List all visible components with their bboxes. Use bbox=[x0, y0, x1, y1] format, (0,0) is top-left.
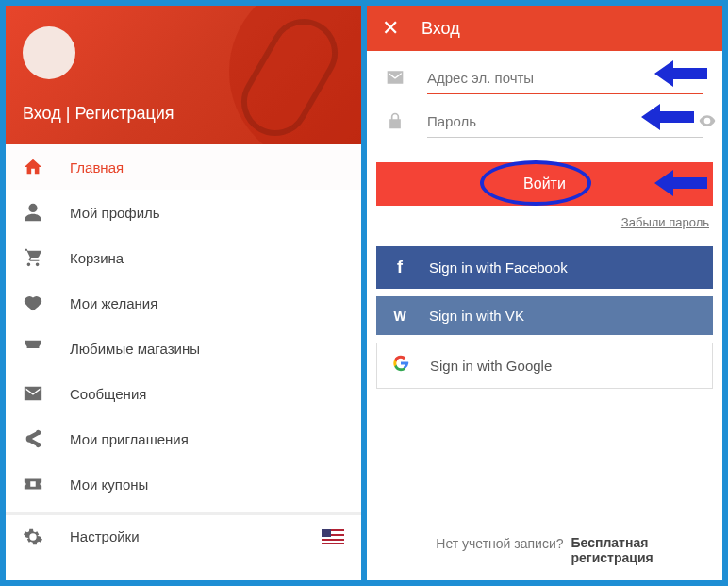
password-field-row bbox=[367, 94, 722, 138]
sidebar-item-settings[interactable]: Настройки bbox=[6, 512, 361, 558]
lock-icon bbox=[386, 111, 405, 130]
google-icon bbox=[392, 355, 409, 377]
gear-icon bbox=[23, 527, 43, 547]
sidebar-item-home[interactable]: Главная bbox=[6, 144, 361, 190]
sidebar-item-label: Сообщения bbox=[70, 386, 146, 402]
google-login-button[interactable]: Sign in with Google bbox=[376, 343, 713, 389]
sidebar-item-wishlist[interactable]: Мои желания bbox=[6, 280, 361, 326]
sidebar-item-messages[interactable]: Сообщения bbox=[6, 371, 361, 416]
sidebar-panel: Вход | Регистрация Главная Мой профиль К… bbox=[6, 6, 361, 580]
share-icon bbox=[23, 428, 43, 449]
sidebar-item-label: Любимые магазины bbox=[70, 341, 200, 357]
sidebar-menu: Главная Мой профиль Корзина Мои желания … bbox=[6, 144, 361, 558]
sidebar-item-cart[interactable]: Корзина bbox=[6, 235, 361, 280]
social-button-label: Sign in with VK bbox=[429, 308, 524, 324]
heart-icon bbox=[23, 293, 43, 313]
social-button-label: Sign in with Google bbox=[430, 358, 552, 374]
social-button-label: Sign in with Facebook bbox=[429, 260, 568, 276]
sidebar-item-coupons[interactable]: Мои купоны bbox=[6, 461, 361, 507]
login-topbar: ✕ Вход bbox=[367, 6, 722, 51]
sidebar-item-profile[interactable]: Мой профиль bbox=[6, 190, 361, 235]
sidebar-item-label: Настройки bbox=[70, 528, 140, 544]
vk-icon: W bbox=[391, 309, 408, 324]
us-flag-icon[interactable] bbox=[322, 529, 344, 544]
sidebar-item-label: Главная bbox=[70, 159, 124, 176]
social-login-group: f Sign in with Facebook W Sign in with V… bbox=[376, 246, 713, 389]
person-icon bbox=[23, 202, 43, 223]
login-title: Вход bbox=[422, 19, 460, 39]
sidebar-item-label: Мой профиль bbox=[70, 205, 160, 221]
no-account-text: Нет учетной записи? bbox=[436, 536, 563, 565]
home-icon bbox=[23, 157, 43, 177]
eye-off-icon[interactable] bbox=[698, 111, 717, 130]
no-account-row: Нет учетной записи? Бесплатная регистрац… bbox=[367, 536, 722, 565]
sidebar-item-label: Мои купоны bbox=[70, 477, 148, 493]
sidebar-item-invites[interactable]: Мои приглашения bbox=[6, 416, 361, 461]
facebook-login-button[interactable]: f Sign in with Facebook bbox=[376, 246, 713, 289]
sidebar-item-label: Корзина bbox=[70, 250, 124, 266]
email-field-row bbox=[367, 51, 722, 94]
sidebar-header: Вход | Регистрация bbox=[6, 6, 361, 144]
forgot-password-link[interactable]: Забыли пароль bbox=[367, 206, 722, 229]
sidebar-item-label: Мои приглашения bbox=[70, 431, 189, 447]
sidebar-item-label: Мои желания bbox=[70, 295, 157, 311]
annotation-arrow-icon bbox=[654, 60, 707, 87]
close-icon[interactable]: ✕ bbox=[382, 18, 399, 39]
login-button[interactable]: Войти bbox=[376, 162, 713, 206]
annotation-arrow-icon bbox=[654, 170, 707, 196]
cart-icon bbox=[23, 247, 43, 268]
coupon-icon bbox=[23, 474, 43, 494]
annotation-arrow-icon bbox=[641, 104, 694, 130]
login-register-link[interactable]: Вход | Регистрация bbox=[23, 104, 174, 124]
store-icon bbox=[23, 338, 43, 359]
register-link[interactable]: Бесплатная регистрация bbox=[571, 536, 654, 565]
vk-login-button[interactable]: W Sign in with VK bbox=[376, 296, 713, 335]
mail-icon bbox=[386, 68, 405, 87]
login-panel: ✕ Вход Войти Забыли пароль f Sign in wit… bbox=[367, 6, 722, 580]
facebook-icon: f bbox=[391, 258, 408, 277]
avatar[interactable] bbox=[23, 26, 75, 79]
sidebar-item-stores[interactable]: Любимые магазины bbox=[6, 326, 361, 371]
mail-icon bbox=[23, 383, 43, 404]
login-button-label: Войти bbox=[523, 176, 566, 192]
